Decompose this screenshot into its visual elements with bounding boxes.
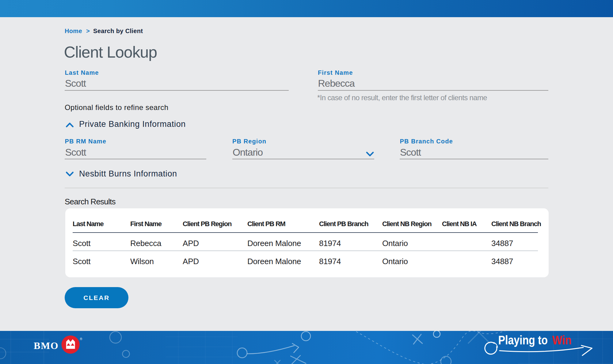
svg-text:Playing to: Playing to (498, 333, 548, 347)
svg-text:®: ® (80, 337, 82, 341)
svg-text:Win: Win (552, 333, 572, 347)
svg-text:BMO: BMO (34, 340, 59, 351)
